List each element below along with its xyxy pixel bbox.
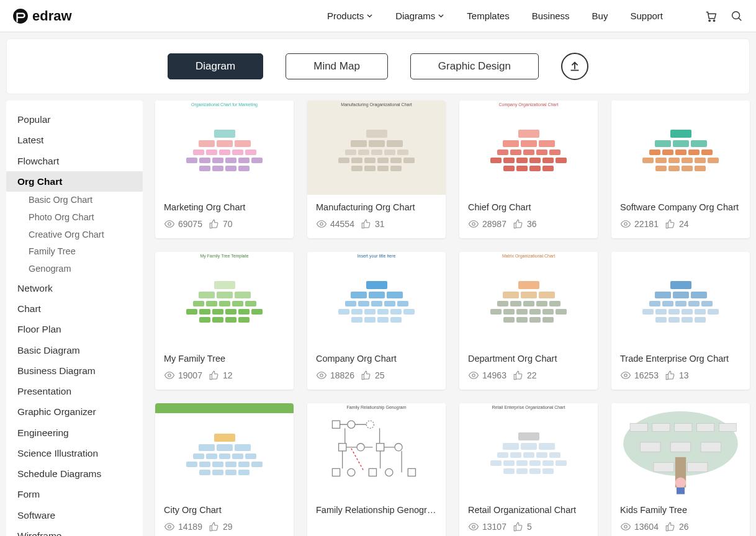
- likes-stat: 13: [665, 370, 689, 381]
- views-stat: 13107: [468, 521, 506, 532]
- template-card[interactable]: City Org Chart 14189 29: [155, 403, 294, 536]
- sidebar-item-latest[interactable]: Latest: [6, 130, 143, 150]
- sidebar-sub-creative-orgchart[interactable]: Creative Org Chart: [6, 226, 143, 244]
- svg-point-21: [348, 468, 355, 476]
- views-stat: 69075: [164, 218, 202, 230]
- sidebar-item-form[interactable]: Form: [6, 484, 143, 504]
- sidebar-sub-genogram[interactable]: Genogram: [6, 261, 143, 278]
- sidebar-sub-photo-orgchart[interactable]: Photo Org Chart: [6, 209, 143, 226]
- template-card[interactable]: Kids Family Tree 13604 26: [611, 403, 750, 536]
- nav-buy[interactable]: Buy: [592, 11, 608, 21]
- sidebar-item-business-diagram[interactable]: Business Diagram: [6, 360, 143, 381]
- card-stats: 69075 70: [164, 218, 285, 230]
- sidebar-item-flowchart[interactable]: Flowchart: [6, 151, 143, 171]
- likes-stat: 5: [513, 521, 532, 532]
- svg-point-40: [624, 525, 628, 529]
- card-title: Chief Org Chart: [468, 202, 589, 212]
- svg-point-25: [472, 525, 475, 529]
- likes-stat: 26: [665, 521, 689, 532]
- logo-icon: [12, 8, 29, 24]
- sidebar-item-schedule-diagrams[interactable]: Schedule Diagrams: [6, 463, 143, 484]
- svg-point-11: [624, 374, 628, 377]
- main-nav: Products Diagrams Templates Business Buy…: [327, 9, 744, 23]
- svg-rect-34: [670, 442, 691, 452]
- card-stats: 28987 36: [468, 218, 589, 230]
- logo[interactable]: edraw: [12, 8, 72, 24]
- card-stats: 16253 13: [620, 370, 741, 381]
- sidebar-item-graphic-organizer[interactable]: Graphic Organizer: [6, 401, 143, 422]
- sidebar-item-presentation[interactable]: Presentation: [6, 381, 143, 401]
- views-stat: 16253: [620, 370, 659, 381]
- card-stats: 19007 12: [164, 370, 285, 381]
- template-card[interactable]: Insert your title here Company Org Chart…: [307, 252, 446, 390]
- template-card[interactable]: Software Company Org Chart 22181 24: [611, 100, 750, 238]
- search-icon[interactable]: [730, 9, 744, 23]
- svg-rect-30: [675, 424, 692, 432]
- likes-stat: 24: [665, 218, 689, 230]
- views-stat: 28987: [468, 218, 506, 230]
- header: edraw Products Diagrams Templates Busine…: [0, 0, 756, 32]
- template-grid: Organizational Chart for Marketing Marke…: [155, 100, 750, 536]
- card-title: City Org Chart: [164, 505, 285, 515]
- category-tabs: Diagram Mind Map Graphic Design: [6, 38, 750, 94]
- template-card[interactable]: Manufacturing Oraganizational Chart Manu…: [307, 100, 446, 238]
- svg-point-15: [366, 421, 374, 428]
- card-stats: 18826 25: [316, 370, 437, 381]
- svg-rect-39: [677, 488, 685, 494]
- card-stats: 13107 5: [468, 521, 589, 532]
- brand-text: edraw: [32, 8, 72, 24]
- template-card[interactable]: Matrix Organizational Chart Department O…: [459, 252, 598, 390]
- sidebar-item-chart[interactable]: Chart: [6, 298, 143, 319]
- sidebar-item-wireframe[interactable]: Wireframe: [6, 525, 143, 536]
- tab-mindmap[interactable]: Mind Map: [286, 53, 388, 79]
- views-stat: 44554: [316, 218, 354, 230]
- svg-rect-24: [408, 468, 415, 476]
- svg-point-7: [624, 223, 628, 226]
- card-title: Family Relationship Genogram: [316, 505, 437, 515]
- template-card[interactable]: Company Organizational Chart Chief Org C…: [459, 100, 598, 238]
- upload-button[interactable]: [561, 53, 588, 80]
- views-stat: 14963: [468, 370, 506, 381]
- svg-point-9: [320, 374, 323, 377]
- sidebar-item-network[interactable]: Network: [6, 278, 143, 298]
- cart-icon[interactable]: [704, 9, 718, 23]
- card-stats: 13604 26: [620, 521, 741, 532]
- sidebar-item-software[interactable]: Software: [6, 505, 143, 525]
- template-card[interactable]: Trade Enterprise Org Chart 16253 13: [611, 252, 750, 390]
- svg-rect-13: [332, 421, 340, 428]
- svg-point-6: [472, 223, 475, 226]
- sidebar-item-orgchart[interactable]: Org Chart: [6, 171, 143, 192]
- template-card[interactable]: My Family Tree Template My Family Tree 1…: [155, 252, 294, 390]
- views-stat: 14189: [164, 521, 202, 532]
- template-card[interactable]: Retail Enterprise Organizational Chart R…: [459, 403, 598, 536]
- card-title: Company Org Chart: [316, 354, 437, 364]
- svg-rect-16: [339, 444, 346, 451]
- nav-products[interactable]: Products: [327, 11, 373, 21]
- svg-point-19: [395, 444, 402, 451]
- views-stat: 19007: [164, 370, 202, 381]
- nav-support[interactable]: Support: [630, 11, 663, 21]
- sidebar-sub-basic-orgchart[interactable]: Basic Org Chart: [6, 192, 143, 209]
- tab-graphic-design[interactable]: Graphic Design: [410, 53, 539, 79]
- sidebar-item-engineering[interactable]: Engineering: [6, 422, 143, 443]
- card-title: Marketing Org Chart: [164, 202, 285, 212]
- card-title: Department Org Chart: [468, 354, 589, 364]
- nav-templates[interactable]: Templates: [467, 11, 509, 21]
- sidebar-item-popular[interactable]: Popular: [6, 109, 143, 130]
- nav-business[interactable]: Business: [532, 11, 570, 21]
- nav-diagrams[interactable]: Diagrams: [395, 11, 444, 21]
- card-title: Retail Organizational Chart: [468, 505, 589, 515]
- sidebar-item-floorplan[interactable]: Floor Plan: [6, 319, 143, 339]
- sidebar-item-science-illustration[interactable]: Science Illustration: [6, 443, 143, 463]
- card-title: Manufacturing Org Chart: [316, 202, 437, 212]
- likes-stat: 29: [209, 521, 233, 532]
- template-card[interactable]: Family Relationship Genogram Family Rela…: [307, 403, 446, 536]
- card-title: Trade Enterprise Org Chart: [620, 354, 741, 364]
- tab-diagram[interactable]: Diagram: [168, 53, 263, 79]
- card-title: Software Company Org Chart: [620, 202, 741, 212]
- sidebar-sub-family-tree[interactable]: Family Tree: [6, 243, 143, 261]
- svg-point-38: [675, 477, 686, 488]
- svg-rect-22: [369, 468, 376, 476]
- template-card[interactable]: Organizational Chart for Marketing Marke…: [155, 100, 294, 238]
- sidebar-item-basic-diagram[interactable]: Basic Diagram: [6, 340, 143, 360]
